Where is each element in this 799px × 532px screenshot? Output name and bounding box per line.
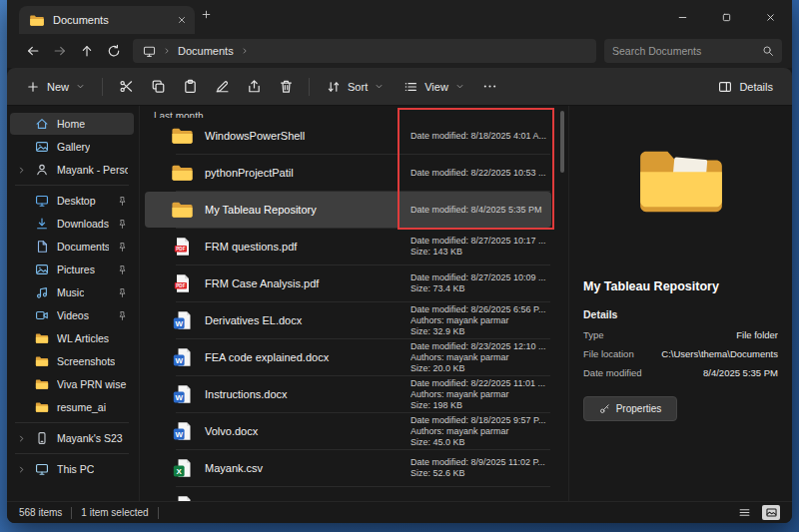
picture-icon <box>35 263 49 276</box>
download-icon <box>35 217 49 231</box>
pin-icon <box>117 287 128 298</box>
tab-close-icon[interactable] <box>177 15 187 25</box>
more-options-button[interactable] <box>475 73 505 101</box>
separator <box>158 507 159 519</box>
file-meta-line: Date modified: 8/26/2025 6:56 P... <box>410 304 547 315</box>
file-row-fea-mayank-report-docx[interactable]: WFEA Mayank Report.docx <box>145 487 551 501</box>
close-button[interactable] <box>748 0 792 34</box>
sidebar-item-pictures[interactable]: Pictures <box>10 259 134 280</box>
word-file-icon: W <box>171 384 194 404</box>
sidebar-item-gallery[interactable]: Gallery <box>10 136 134 158</box>
file-row-derivatives-el-docx[interactable]: WDerivatives EL.docxDate modified: 8/26/… <box>145 302 551 338</box>
sidebar-item-mayank-persona[interactable]: Mayank - Persona <box>10 159 134 181</box>
file-meta-line: Size: 73.4 KB <box>410 283 547 294</box>
group-header-last-month[interactable]: Last month <box>140 106 556 118</box>
file-rows: WindowsPowerShellDate modified: 8/18/202… <box>140 118 556 501</box>
details-row-label: Type <box>583 329 604 340</box>
details-row-file-location: File locationC:\Users\thema\Documents <box>569 344 792 363</box>
sidebar-item-desktop[interactable]: Desktop <box>10 190 134 212</box>
file-row-my-tableau-repository[interactable]: My Tableau RepositoryDate modified: 8/4/… <box>145 192 551 228</box>
explorer-tab-documents[interactable]: Documents <box>19 6 195 34</box>
document-icon <box>35 240 49 254</box>
details-toggle-button[interactable]: Details <box>709 73 782 101</box>
chevron-down-icon <box>455 82 464 91</box>
separator <box>309 78 310 96</box>
file-row-frm-case-analysis-pdf[interactable]: PDFFRM Case Analysis.pdfDate modified: 8… <box>145 266 551 301</box>
sidebar-item-home[interactable]: Home <box>10 113 134 135</box>
chevron-right-icon[interactable] <box>241 47 249 55</box>
delete-button[interactable] <box>271 73 301 101</box>
pin-icon <box>117 219 128 230</box>
maximize-button[interactable] <box>704 0 748 34</box>
thumbnail-view-toggle[interactable] <box>762 505 780 520</box>
separator <box>102 78 103 96</box>
list-view-toggle[interactable] <box>735 505 753 520</box>
file-meta: Date modified: 8/9/2025 11:02 P...Size: … <box>410 457 547 479</box>
file-meta: Date modified: 8/22/2025 11:01 ...Author… <box>410 378 547 411</box>
back-button[interactable] <box>19 38 46 64</box>
sidebar-item-music[interactable]: Music <box>10 281 134 303</box>
sort-button[interactable]: Sort <box>318 73 393 101</box>
up-button[interactable] <box>73 38 100 64</box>
file-meta-line: Date modified: 8/18/2025 4:01 A... <box>410 131 547 142</box>
tab-title: Documents <box>53 14 109 26</box>
sidebar-item-this-pc[interactable]: This PC <box>10 458 134 480</box>
svg-text:W: W <box>175 430 183 439</box>
file-meta-line: Size: 52.6 KB <box>410 468 547 479</box>
sidebar-item-downloads[interactable]: Downloads <box>10 213 134 235</box>
breadcrumb-item-documents[interactable]: Documents <box>178 45 234 57</box>
chevron-right-icon[interactable] <box>163 47 171 55</box>
properties-button[interactable]: Properties <box>583 396 677 421</box>
file-row-frm-questions-pdf[interactable]: PDFFRM questions.pdfDate modified: 8/27/… <box>145 229 551 265</box>
chevron-right-icon[interactable] <box>17 434 26 443</box>
search-icon <box>762 45 774 57</box>
forward-button[interactable] <box>46 38 73 64</box>
sidebar-item-viva-prn-wise-da[interactable]: Viva PRN wise Da <box>10 373 134 395</box>
key-icon <box>599 403 610 414</box>
new-button[interactable]: New <box>17 73 94 101</box>
minimize-button[interactable] <box>660 0 704 34</box>
file-meta-line: Date modified: 8/27/2025 10:09 ... <box>410 272 547 283</box>
rename-button[interactable] <box>207 73 237 101</box>
sidebar-item-resume-ai[interactable]: resume_ai <box>10 396 134 418</box>
file-row-fea-code-explained-docx[interactable]: WFEA code explained.docxDate modified: 8… <box>145 339 551 375</box>
trash-icon <box>279 79 294 94</box>
file-row-volvo-docx[interactable]: WVolvo.docxDate modified: 8/18/2025 9:57… <box>145 413 551 449</box>
file-row-windowspowershell[interactable]: WindowsPowerShellDate modified: 8/18/202… <box>145 118 551 154</box>
new-tab-button[interactable] <box>201 6 227 32</box>
items-count: 568 items <box>19 507 62 518</box>
word-file-icon: W <box>171 421 194 441</box>
copy-button[interactable] <box>143 73 173 101</box>
search-input[interactable] <box>612 45 756 57</box>
vertical-scrollbar[interactable] <box>556 106 568 501</box>
svg-text:W: W <box>175 356 183 365</box>
paste-button[interactable] <box>175 73 205 101</box>
cut-button[interactable] <box>111 73 141 101</box>
details-row-label: Date modified <box>583 367 642 378</box>
sidebar-item-documents[interactable]: Documents <box>10 236 134 258</box>
sidebar-item-screenshots[interactable]: Screenshots <box>10 350 134 372</box>
chevron-right-icon[interactable] <box>17 465 26 474</box>
file-meta-line: Date modified: 8/18/2025 9:57 P... <box>410 415 547 426</box>
sidebar-item-label: Downloads <box>57 218 109 230</box>
view-button[interactable]: View <box>395 73 473 101</box>
sidebar-item-wl-articles[interactable]: WL Articles <box>10 327 134 349</box>
file-name: FRM questions.pdf <box>205 241 297 253</box>
details-row-value: File folder <box>736 329 778 340</box>
scrollbar-thumb[interactable] <box>560 111 564 173</box>
sidebar-item-mayank-s-s23[interactable]: Mayank's S23 <box>10 427 134 449</box>
file-row-instructions-docx[interactable]: WInstructions.docxDate modified: 8/22/20… <box>145 376 551 412</box>
file-row-mayank-csv[interactable]: XMayank.csvDate modified: 8/9/2025 11:02… <box>145 450 551 486</box>
sidebar-item-videos[interactable]: Videos <box>10 304 134 326</box>
search-box[interactable] <box>604 39 782 63</box>
file-row-pythonprojectpatil[interactable]: pythonProjectPatilDate modified: 8/22/20… <box>145 155 551 191</box>
chevron-right-icon[interactable] <box>17 166 26 175</box>
breadcrumb[interactable]: Documents <box>133 39 596 63</box>
sort-icon <box>327 80 341 94</box>
file-meta: Date modified: 8/23/2025 12:10 ...Author… <box>410 341 547 374</box>
sidebar-item-label: Home <box>57 118 85 130</box>
file-meta-line: Date modified: 8/22/2025 10:53 ... <box>410 168 547 179</box>
share-button[interactable] <box>239 73 269 101</box>
more-icon <box>482 79 497 94</box>
refresh-button[interactable] <box>100 38 127 64</box>
